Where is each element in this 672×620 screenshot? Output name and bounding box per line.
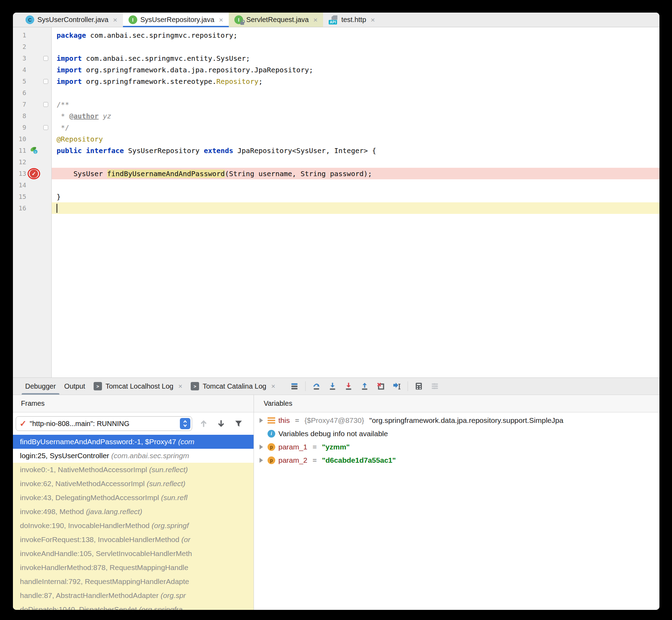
tab-tomcat-catalina-log[interactable]: > Tomcat Catalina Log ×: [187, 378, 279, 395]
parameter-icon: p: [268, 443, 275, 451]
step-out-icon[interactable]: [359, 381, 370, 391]
close-icon[interactable]: ×: [219, 16, 223, 24]
editor-gutter[interactable]: 1234567891011c1213✓141516: [13, 27, 52, 377]
tab-output[interactable]: Output: [60, 378, 89, 395]
editor-code-area[interactable]: package com.anbai.sec.springmvc.reposito…: [52, 27, 659, 377]
code-line[interactable]: import org.springframework.stereotype.Re…: [52, 75, 659, 87]
fold-marker-icon[interactable]: [43, 125, 48, 130]
close-icon[interactable]: ×: [113, 16, 117, 24]
gutter-row[interactable]: 12: [13, 156, 51, 168]
frame-row[interactable]: findByUsernameAndAndPassword:-1, $Proxy4…: [13, 435, 254, 449]
gutter-row[interactable]: 14: [13, 179, 51, 191]
tab-debugger[interactable]: Debugger: [21, 378, 60, 395]
code-line[interactable]: @Repository: [52, 133, 659, 145]
gutter-row[interactable]: 1: [13, 29, 51, 41]
run-to-cursor-icon[interactable]: [392, 381, 402, 391]
editor-tab-servletrequest-java[interactable]: IServletRequest.java×: [229, 13, 323, 27]
spring-bean-icon[interactable]: c: [30, 146, 38, 156]
view-options-icon[interactable]: [289, 381, 300, 391]
class-file-icon: C: [25, 15, 34, 24]
close-icon[interactable]: ×: [271, 382, 275, 390]
code-line[interactable]: public interface SysUserRepository exten…: [52, 145, 659, 156]
code-token: findByUsernameAndAndPassword: [107, 170, 225, 178]
editor-tab-sysuserrepository-java[interactable]: ISysUserRepository.java×: [123, 13, 229, 27]
thread-selector-dropdown[interactable]: ✓ "http-nio-808...main": RUNNING: [16, 416, 192, 431]
fold-marker-icon[interactable]: [43, 56, 48, 61]
variable-row[interactable]: this = {$Proxy47@8730} "org.springframew…: [254, 414, 659, 427]
fold-marker-icon[interactable]: [43, 79, 48, 84]
frame-row[interactable]: handleInternal:792, RequestMappingHandle…: [13, 575, 254, 589]
evaluate-expression-icon[interactable]: [414, 381, 424, 391]
gutter-row[interactable]: 10: [13, 133, 51, 145]
code-line[interactable]: [52, 179, 659, 191]
force-step-into-icon[interactable]: [343, 381, 354, 391]
step-into-icon[interactable]: [327, 381, 338, 391]
expand-triangle-icon[interactable]: [258, 458, 264, 463]
frame-row[interactable]: doInvoke:190, InvocableHandlerMethod (or…: [13, 519, 254, 533]
debug-panel-content: ✓ "http-nio-808...main": RUNNING: [13, 412, 659, 610]
frames-list[interactable]: findByUsernameAndAndPassword:-1, $Proxy4…: [13, 435, 254, 610]
line-number: 12: [13, 158, 26, 166]
code-line[interactable]: SysUser findByUsernameAndAndPassword(Str…: [52, 168, 659, 179]
gutter-row[interactable]: 8: [13, 110, 51, 122]
close-icon[interactable]: ×: [313, 16, 317, 24]
frame-row[interactable]: doDispatch:1040, DispatcherServlet (org.…: [13, 603, 254, 610]
editor-tab-sysusercontroller-java[interactable]: CSysUserController.java×: [20, 13, 123, 27]
gutter-row[interactable]: 15: [13, 191, 51, 202]
gutter-row[interactable]: 13✓: [13, 168, 51, 179]
code-line[interactable]: [52, 156, 659, 168]
code-line[interactable]: [52, 87, 659, 99]
expand-triangle-icon[interactable]: [258, 418, 264, 423]
editor-tab-label: SysUserRepository.java: [140, 16, 214, 24]
frame-row[interactable]: handle:87, AbstractHandlerMethodAdapter …: [13, 589, 254, 603]
code-line[interactable]: package com.anbai.sec.springmvc.reposito…: [52, 29, 659, 41]
code-editor[interactable]: 1234567891011c1213✓141516 package com.an…: [13, 27, 659, 377]
variable-row[interactable]: pparam_2 = "d6cabde1d7a55ac1": [254, 454, 659, 467]
close-icon[interactable]: ×: [371, 16, 375, 24]
gutter-row[interactable]: 4: [13, 64, 51, 75]
drop-frame-icon[interactable]: [375, 381, 386, 391]
gutter-row[interactable]: 2: [13, 41, 51, 52]
code-line[interactable]: }: [52, 191, 659, 202]
variable-row[interactable]: iVariables debug info not available: [254, 427, 659, 440]
frame-down-icon[interactable]: [215, 418, 227, 430]
gutter-row[interactable]: 6: [13, 87, 51, 99]
close-icon[interactable]: ×: [178, 382, 182, 390]
variable-row[interactable]: pparam_1 = "yzmm": [254, 440, 659, 454]
editor-tab-test-http[interactable]: APItest.http×: [323, 13, 380, 27]
dropdown-stepper-icon[interactable]: [180, 418, 190, 429]
gutter-row[interactable]: 7: [13, 99, 51, 110]
code-line[interactable]: [52, 202, 659, 214]
code-line[interactable]: * @author yz: [52, 110, 659, 122]
breakpoint-icon[interactable]: ✓: [28, 168, 40, 179]
frame-row[interactable]: invokeForRequest:138, InvocableHandlerMe…: [13, 533, 254, 547]
frame-row[interactable]: invoke:498, Method (java.lang.reflect): [13, 505, 254, 519]
code-line[interactable]: */: [52, 122, 659, 133]
frame-up-icon[interactable]: [198, 418, 210, 430]
code-token: SysUserRepository: [128, 146, 204, 155]
expand-triangle-icon[interactable]: [258, 445, 264, 449]
gutter-row[interactable]: 11c: [13, 145, 51, 156]
frame-row[interactable]: invoke:62, NativeMethodAccessorImpl (sun…: [13, 477, 254, 491]
equals-sign: =: [311, 456, 319, 464]
frame-row[interactable]: login:25, SysUserController (com.anbai.s…: [13, 449, 254, 463]
code-line[interactable]: import com.anbai.sec.springmvc.entity.Sy…: [52, 52, 659, 64]
frame-row[interactable]: invoke0:-1, NativeMethodAccessorImpl (su…: [13, 463, 254, 477]
gutter-row[interactable]: 9: [13, 122, 51, 133]
toolbar-separator: [305, 381, 306, 391]
fold-marker-icon[interactable]: [43, 102, 48, 107]
filter-icon[interactable]: [233, 418, 244, 430]
frame-row[interactable]: invoke:43, DelegatingMethodAccessorImpl …: [13, 491, 254, 505]
code-line[interactable]: [52, 41, 659, 52]
step-over-icon[interactable]: [311, 381, 322, 391]
code-line[interactable]: /**: [52, 99, 659, 110]
frame-row[interactable]: invokeAndHandle:105, ServletInvocableHan…: [13, 547, 254, 561]
layout-settings-icon[interactable]: [430, 381, 440, 391]
variables-panel[interactable]: this = {$Proxy47@8730} "org.springframew…: [254, 412, 659, 610]
code-line[interactable]: import org.springframework.data.jpa.repo…: [52, 64, 659, 75]
gutter-row[interactable]: 3: [13, 52, 51, 64]
frame-row[interactable]: invokeHandlerMethod:878, RequestMappingH…: [13, 561, 254, 575]
gutter-row[interactable]: 5: [13, 75, 51, 87]
tab-tomcat-localhost-log[interactable]: > Tomcat Localhost Log ×: [89, 378, 187, 395]
gutter-row[interactable]: 16: [13, 202, 51, 214]
